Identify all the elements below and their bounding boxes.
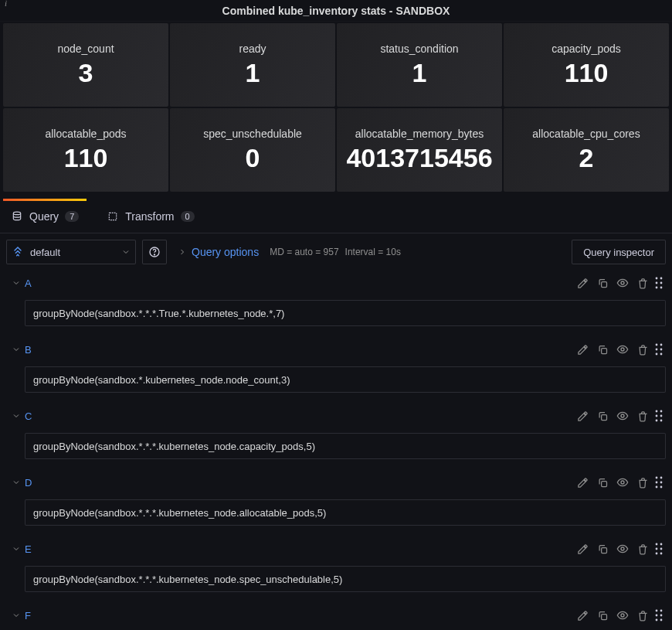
query-ref-id: A <box>25 278 32 289</box>
tab-transform[interactable]: Transform 0 <box>102 199 199 233</box>
duplicate-icon[interactable] <box>595 608 610 623</box>
query-text-input[interactable] <box>25 566 666 592</box>
delete-icon[interactable] <box>635 608 650 623</box>
svg-point-15 <box>660 344 663 346</box>
query-text-input[interactable] <box>25 499 666 526</box>
query-row-header[interactable]: D <box>6 470 666 495</box>
svg-point-19 <box>660 353 663 356</box>
query-row: D <box>6 470 666 526</box>
stat-value: 2 <box>579 143 594 173</box>
delete-icon[interactable] <box>635 541 650 557</box>
tab-query[interactable]: Query 7 <box>6 199 83 233</box>
svg-point-50 <box>656 619 658 621</box>
svg-point-14 <box>656 344 658 346</box>
edit-icon[interactable] <box>575 475 590 490</box>
drag-handle-icon[interactable] <box>655 543 663 555</box>
datasource-picker[interactable]: default <box>6 240 136 264</box>
datasource-help-button[interactable] <box>142 240 167 264</box>
toggle-visibility-icon[interactable] <box>615 541 630 557</box>
query-inspector-button[interactable]: Query inspector <box>572 240 666 264</box>
panel-title-bar: i Combined kube_inventory stats - SANDBO… <box>0 0 672 22</box>
collapse-toggle[interactable] <box>9 345 23 354</box>
query-text-input[interactable] <box>25 433 666 459</box>
query-text-input[interactable] <box>25 366 666 393</box>
delete-icon[interactable] <box>635 342 650 357</box>
drag-handle-icon[interactable] <box>655 277 663 289</box>
drag-handle-icon[interactable] <box>655 609 663 621</box>
stat-label: ready <box>239 43 266 55</box>
query-options-button[interactable]: Query options <box>173 240 263 264</box>
query-toolbar: default Query options MD = auto = 957 In… <box>0 233 672 271</box>
collapse-toggle[interactable] <box>9 478 23 487</box>
collapse-toggle[interactable] <box>9 411 23 421</box>
stat-grid: node_count 3 ready 1 status_condition 1 … <box>0 23 672 195</box>
delete-icon[interactable] <box>635 275 650 291</box>
query-row-header[interactable]: A <box>6 271 666 295</box>
svg-point-29 <box>621 481 624 484</box>
toggle-visibility-icon[interactable] <box>615 408 630 424</box>
svg-point-10 <box>656 287 658 289</box>
query-text-input[interactable] <box>25 300 666 326</box>
stat-label: status_condition <box>380 43 458 55</box>
edit-icon[interactable] <box>575 275 590 291</box>
svg-point-13 <box>621 348 624 351</box>
query-ref-id: B <box>25 344 32 356</box>
drag-handle-icon[interactable] <box>655 476 663 489</box>
database-icon <box>11 210 23 223</box>
svg-point-8 <box>656 282 658 284</box>
toggle-visibility-icon[interactable] <box>615 275 630 291</box>
stat-cell-allocatable-memory: allocatable_memory_bytes 4013715456 <box>337 108 502 192</box>
query-row-actions <box>575 408 663 424</box>
query-row: E <box>6 536 666 592</box>
svg-point-46 <box>656 610 658 612</box>
stat-label: node_count <box>57 43 114 55</box>
duplicate-icon[interactable] <box>595 342 610 357</box>
edit-icon[interactable] <box>575 541 590 557</box>
svg-point-25 <box>660 415 663 417</box>
toggle-visibility-icon[interactable] <box>615 608 630 623</box>
transform-icon <box>107 210 119 223</box>
stat-row: node_count 3 ready 1 status_condition 1 … <box>3 23 669 107</box>
panel-title[interactable]: Combined kube_inventory stats - SANDBOX <box>222 5 450 17</box>
query-row-header[interactable]: B <box>6 337 666 362</box>
duplicate-icon[interactable] <box>595 475 610 490</box>
delete-icon[interactable] <box>635 408 650 424</box>
drag-handle-icon[interactable] <box>655 343 663 356</box>
delete-icon[interactable] <box>635 475 650 490</box>
drag-handle-icon[interactable] <box>655 410 663 422</box>
svg-point-26 <box>656 420 658 422</box>
query-body <box>25 300 666 326</box>
query-row-actions <box>575 475 663 490</box>
stat-cell-allocatable-cpu: allocatable_cpu_cores 2 <box>504 108 669 192</box>
svg-point-35 <box>660 486 663 489</box>
edit-icon[interactable] <box>575 342 590 357</box>
svg-rect-20 <box>601 414 606 420</box>
query-row-actions <box>575 541 663 557</box>
edit-icon[interactable] <box>575 408 590 424</box>
svg-point-0 <box>13 212 20 215</box>
info-icon[interactable]: i <box>5 0 15 8</box>
toggle-visibility-icon[interactable] <box>615 342 630 357</box>
svg-point-47 <box>660 610 663 612</box>
duplicate-icon[interactable] <box>595 275 610 291</box>
stat-cell-allocatable-pods: allocatable_pods 110 <box>3 108 168 192</box>
toggle-visibility-icon[interactable] <box>615 475 630 490</box>
svg-rect-44 <box>601 614 606 619</box>
collapse-toggle[interactable] <box>9 544 23 553</box>
duplicate-icon[interactable] <box>595 541 610 557</box>
query-ref-id: F <box>25 610 31 621</box>
graphite-logo-icon <box>12 246 24 258</box>
editor-tabs: Query 7 Transform 0 <box>0 199 672 233</box>
query-row-header[interactable]: E <box>6 536 666 561</box>
edit-icon[interactable] <box>575 608 590 623</box>
svg-point-33 <box>660 482 663 484</box>
collapse-toggle[interactable] <box>9 278 23 288</box>
svg-rect-12 <box>601 348 606 353</box>
svg-point-24 <box>656 415 658 417</box>
collapse-toggle[interactable] <box>9 611 23 620</box>
duplicate-icon[interactable] <box>595 408 610 424</box>
query-row-header[interactable]: F <box>6 603 666 628</box>
queries-list: A <box>0 271 672 630</box>
svg-point-51 <box>660 619 663 621</box>
query-row-header[interactable]: C <box>6 404 666 428</box>
